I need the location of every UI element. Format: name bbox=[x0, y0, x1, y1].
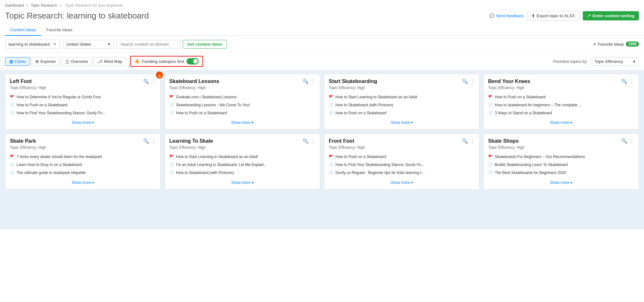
tab-content-ideas[interactable]: Content Ideas bbox=[5, 25, 41, 36]
breadcrumb-topic-research[interactable]: Topic Research bbox=[31, 3, 57, 8]
card-item: 🚩 How to Start Learning to Skateboard as… bbox=[169, 154, 315, 160]
export-button[interactable]: ⬆ Export topic to XLSX bbox=[527, 11, 580, 21]
show-more-link[interactable]: Show more ▾ bbox=[231, 120, 253, 125]
overview-view-button[interactable]: ◫ Overview bbox=[61, 57, 92, 66]
table-icon: ⊞ bbox=[35, 59, 39, 64]
card-item: 📄 3 Ways to Stand on a Skateboard bbox=[488, 110, 634, 116]
card-header: Front Foot 🔍 ⋮ bbox=[329, 138, 475, 144]
view-controls-row: ▦ Cards ⊞ Explorer ◫ Overview ⎇ Mind Map… bbox=[0, 53, 644, 70]
country-select[interactable]: United States ▾ bbox=[63, 40, 114, 49]
order-content-button[interactable]: ↗ Order content writing bbox=[583, 11, 639, 20]
trending-toggle[interactable] bbox=[187, 58, 199, 64]
green-flag-icon: 🚩 bbox=[329, 94, 333, 100]
card-efficiency: Topic Efficiency: High bbox=[10, 86, 156, 90]
card-efficiency: Topic Efficiency: High bbox=[329, 145, 475, 150]
breadcrumb-dashboard[interactable]: Dashboard bbox=[5, 3, 24, 8]
card-header: Skate Shops 🔍 ⋮ bbox=[488, 138, 634, 144]
show-more-link[interactable]: Show more ▾ bbox=[391, 120, 413, 125]
show-more-link[interactable]: Show more ▾ bbox=[72, 120, 94, 125]
green-flag-icon: 🚩 bbox=[10, 154, 15, 160]
favorite-ideas-button[interactable]: ≡ Favorite Ideas 1595 bbox=[593, 42, 639, 47]
card-learning-to-skate: Learning To Skate 🔍 ⋮ Topic Efficiency: … bbox=[165, 133, 320, 189]
blue-doc-icon: 📄 bbox=[169, 170, 174, 176]
card-title: Bend Your Knees bbox=[488, 79, 621, 84]
card-header: Bend Your Knees 🔍 ⋮ bbox=[488, 79, 634, 84]
more-options-icon[interactable]: ⋮ bbox=[311, 138, 315, 144]
upload-icon: ⬆ bbox=[531, 13, 535, 18]
card-item: 📄 How to Push on a Skateboard bbox=[329, 110, 475, 116]
search-icon[interactable]: 🔍 bbox=[303, 138, 309, 144]
more-options-icon[interactable]: ⋮ bbox=[470, 138, 475, 144]
search-icon[interactable]: 🔍 bbox=[621, 79, 627, 84]
more-options-icon[interactable]: ⋮ bbox=[151, 79, 156, 84]
favorite-count-badge: 1595 bbox=[626, 42, 639, 47]
card-item: 📄 How to Find Your Skateboarding Stance:… bbox=[329, 162, 475, 168]
card-front-foot: Front Foot 🔍 ⋮ Topic Efficiency: High 🚩 … bbox=[324, 133, 479, 189]
card-actions: 🔍 ⋮ bbox=[303, 79, 315, 84]
page-header: Topic Research: learning to skateboard 💬… bbox=[0, 9, 644, 25]
card-title: Learning To Skate bbox=[169, 138, 303, 144]
card-item: 📄 Braille Skateboarding Learn To Skatebo… bbox=[488, 162, 634, 168]
get-content-ideas-button[interactable]: Get content ideas bbox=[183, 40, 227, 49]
card-item: 🚩 Skateboards For Beginners – Our Recomm… bbox=[488, 154, 634, 160]
card-left-foot: 🔥 Left Foot 🔍 ⋮ Topic Efficiency: High 🚩… bbox=[5, 74, 161, 130]
card-efficiency: Topic Efficiency: High bbox=[329, 86, 475, 90]
search-icon[interactable]: 🔍 bbox=[462, 138, 468, 144]
main-tabs: Content Ideas Favorite Ideas bbox=[0, 25, 644, 36]
tab-favorite-ideas[interactable]: Favorite Ideas bbox=[41, 25, 77, 36]
search-icon[interactable]: 🔍 bbox=[462, 79, 468, 84]
more-options-icon[interactable]: ⋮ bbox=[629, 79, 634, 84]
trending-subtopics-toggle-box: 🔥 Trending subtopics first bbox=[130, 56, 203, 67]
blue-doc-icon: 📄 bbox=[329, 102, 333, 108]
chevron-down-icon: ▾ bbox=[633, 59, 635, 64]
search-icon[interactable]: 🔍 bbox=[143, 79, 149, 84]
blue-doc-icon: 📄 bbox=[329, 170, 333, 176]
card-item: 🚩 How to Push on a Skateboard bbox=[329, 154, 475, 160]
keyword-remove-button[interactable]: ✕ bbox=[53, 42, 57, 47]
show-more-link[interactable]: Show more ▾ bbox=[550, 120, 572, 125]
show-more: Show more ▾ bbox=[10, 120, 156, 125]
show-more-link[interactable]: Show more ▾ bbox=[72, 180, 94, 185]
show-more-link[interactable]: Show more ▾ bbox=[231, 180, 253, 185]
search-icon[interactable]: 🔍 bbox=[303, 79, 309, 84]
mindmap-view-button[interactable]: ⎇ Mind Map bbox=[93, 57, 126, 66]
more-options-icon[interactable]: ⋮ bbox=[470, 79, 475, 84]
card-items: 🚩 How to Push on a Skateboard 📄 How to F… bbox=[329, 154, 475, 175]
cards-area: 🔥 Left Foot 🔍 ⋮ Topic Efficiency: High 🚩… bbox=[0, 70, 644, 230]
card-item: 📄 The Best Skateboards for Beginners 202… bbox=[488, 170, 634, 176]
green-flag-icon: 🚩 bbox=[169, 154, 174, 160]
chevron-down-icon: ▾ bbox=[108, 42, 110, 47]
blue-doc-icon: 📄 bbox=[488, 110, 493, 116]
card-item: 📄 I'm an Adult Learning to Skateboard. L… bbox=[169, 162, 315, 168]
card-actions: 🔍 ⋮ bbox=[621, 138, 634, 144]
domain-search-input[interactable] bbox=[116, 40, 180, 49]
blue-doc-icon: 📄 bbox=[329, 162, 333, 168]
external-link-icon: ↗ bbox=[587, 13, 591, 18]
more-options-icon[interactable]: ⋮ bbox=[629, 138, 634, 144]
card-item: 📄 Learn How to Drop In on a Skateboard bbox=[10, 162, 156, 168]
show-more-link[interactable]: Show more ▾ bbox=[550, 180, 572, 185]
cards-view-button[interactable]: ▦ Cards bbox=[5, 57, 30, 66]
flame-icon: 🔥 bbox=[135, 59, 140, 64]
card-actions: 🔍 ⋮ bbox=[143, 138, 156, 144]
explorer-view-button[interactable]: ⊞ Explorer bbox=[31, 57, 60, 66]
card-item: 🚩 How to Determine if You're Regular or … bbox=[10, 94, 156, 100]
priority-select[interactable]: Topic Efficiency ▾ bbox=[591, 57, 639, 66]
send-feedback-link[interactable]: 💬 Send feedback bbox=[489, 13, 523, 18]
card-items: 🚩 How to Push on a Skateboard 📄 How to s… bbox=[488, 94, 634, 116]
hamburger-icon: ≡ bbox=[593, 42, 596, 47]
green-flag-icon: 🚩 bbox=[169, 94, 174, 100]
card-title: Skateboard Lessons bbox=[169, 79, 303, 84]
more-options-icon[interactable]: ⋮ bbox=[311, 79, 315, 84]
blue-doc-icon: 📄 bbox=[169, 162, 174, 168]
card-header: Skateboard Lessons 🔍 ⋮ bbox=[169, 79, 315, 84]
show-more-link[interactable]: Show more ▾ bbox=[391, 180, 413, 185]
show-more: Show more ▾ bbox=[488, 120, 634, 125]
search-icon[interactable]: 🔍 bbox=[621, 138, 627, 144]
blue-doc-icon: 📄 bbox=[10, 110, 15, 116]
hot-badge: 🔥 bbox=[156, 72, 163, 79]
search-icon[interactable]: 🔍 bbox=[143, 138, 149, 144]
card-header: Left Foot 🔍 ⋮ bbox=[10, 79, 156, 84]
more-options-icon[interactable]: ⋮ bbox=[151, 138, 156, 144]
card-title: Front Foot bbox=[329, 138, 462, 144]
